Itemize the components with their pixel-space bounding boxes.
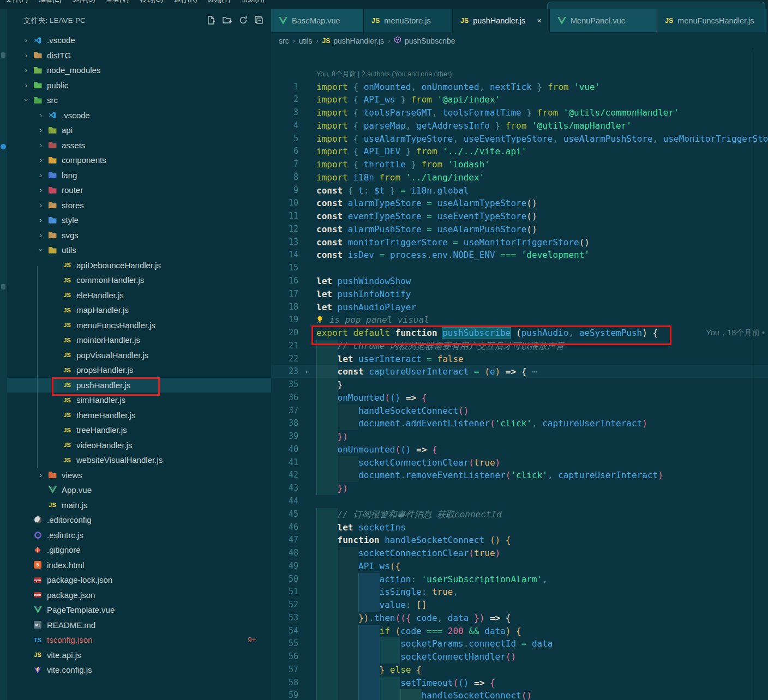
code-line-11[interactable]: 11const eventTypeStore = useEventTypeSto… <box>271 210 768 223</box>
code-line-19[interactable]: 19 is pop panel visual <box>271 313 768 327</box>
code-line-17[interactable]: 17let pushInfoNotify <box>271 288 768 301</box>
code-line-5[interactable]: 5import { useAlarmTypeStore, useEventTyp… <box>271 132 768 146</box>
code-line-45[interactable]: 45// 订阅报警和事件消息 获取connectId <box>271 508 768 521</box>
code-line-43[interactable]: 43}) <box>271 482 768 495</box>
new-file-icon[interactable] <box>207 16 215 25</box>
code-line-2[interactable]: 2import { API_ws } from '@api/index' <box>271 93 768 106</box>
code-line-23[interactable]: 23›const captureUserInteract = (e) => { … <box>271 365 768 378</box>
code-line-55[interactable]: 55socketParams.connectId = data <box>271 637 768 650</box>
code-line-16[interactable]: 16let pushWindowShow <box>271 275 768 288</box>
tree-item-README.md[interactable]: M↓README.md <box>7 618 271 633</box>
command-center-search[interactable] <box>547 2 765 9</box>
tree-item-popVisualHandler.js[interactable]: JSpopVisualHandler.js <box>7 348 271 363</box>
code-line-51[interactable]: 51isSingle: true, <box>271 586 768 599</box>
tree-item-App.vue[interactable]: App.vue <box>7 482 271 498</box>
code-line-9[interactable]: 9const { t: $t } = i18n.global <box>271 184 768 197</box>
code-line-6[interactable]: 6import { API_DEV } from '../../vite.api… <box>271 145 768 158</box>
tree-item-.vscode[interactable]: ›.vscode <box>7 33 271 48</box>
code-line-57[interactable]: 57} else { <box>271 663 768 677</box>
code-line-8[interactable]: 8import i18n from '../lang/index' <box>271 171 768 184</box>
code-line-1[interactable]: 1import { onMounted, onUnmounted, nextTi… <box>271 81 768 94</box>
tree-item-src[interactable]: ›src <box>7 93 271 108</box>
tree-item-package.json[interactable]: npmpackage.json <box>7 588 271 603</box>
tree-item-public[interactable]: ›public <box>7 78 271 93</box>
tree-item-components[interactable]: ›components <box>7 153 271 168</box>
tab-BaseMap.vue[interactable]: BaseMap.vue <box>271 9 364 32</box>
code-line-37[interactable]: 37handleSocketConnect() <box>271 405 768 418</box>
menu-item[interactable]: 终端(T) <box>208 0 230 4</box>
tree-item-mapHandler.js[interactable]: JSmapHandler.js <box>7 303 271 318</box>
breadcrumb-item-pushHandler.js[interactable]: JSpushHandler.js <box>322 37 384 45</box>
code-line-48[interactable]: 48socketConnectionClear(true) <box>271 547 768 560</box>
new-folder-icon[interactable] <box>223 16 232 25</box>
code-line-47[interactable]: 47function handleSocketConnect () { <box>271 534 768 547</box>
code-line-49[interactable]: 49API_ws({ <box>271 560 768 573</box>
tree-item-eleHandler.js[interactable]: JSeleHandler.js <box>7 288 271 303</box>
code-line-53[interactable]: 53}).then(({ code, data }) => { <box>271 612 768 625</box>
tree-item-distTG[interactable]: ›distTG <box>7 48 271 63</box>
tree-item-utils[interactable]: ›utils <box>7 243 271 258</box>
code-line-20[interactable]: 20export default function pushSubscribe … <box>271 327 768 340</box>
tree-item-api[interactable]: ›api <box>7 123 271 138</box>
refresh-icon[interactable] <box>239 16 248 25</box>
breadcrumb-item-src[interactable]: src <box>279 37 289 45</box>
tree-item-tsconfig.json[interactable]: TStsconfig.json9+ <box>7 632 271 648</box>
tree-item-assets[interactable]: ›assets <box>7 138 271 153</box>
code-line-58[interactable]: 58setTimeout(() => { <box>271 677 768 690</box>
menu-item[interactable]: 选择(S) <box>73 0 95 4</box>
code-line-56[interactable]: 56socketConnectHandler() <box>271 650 768 663</box>
tree-item-themeHandler.js[interactable]: JSthemeHandler.js <box>7 408 271 423</box>
menu-item[interactable]: 转到(G) <box>140 0 163 4</box>
tree-item-pushHandler.js[interactable]: JSpushHandler.js <box>7 378 271 393</box>
tree-item-websiteVisualHandler.js[interactable]: JSwebsiteVisualHandler.js <box>7 452 271 468</box>
code-line-7[interactable]: 7import { throttle } from 'lodash' <box>271 158 768 171</box>
code-line-54[interactable]: 54if (code === 200 && data) { <box>271 625 768 638</box>
code-line-46[interactable]: 46let socketIns <box>271 521 768 534</box>
activity-icon[interactable] <box>1 52 5 58</box>
breadcrumb[interactable]: src›utils›JSpushHandler.js›pushSubscribe <box>271 32 768 49</box>
menu-item[interactable]: 编辑(E) <box>39 0 62 4</box>
collapse-all-icon[interactable] <box>255 16 263 25</box>
tab-MenuPanel.vue[interactable]: MenuPanel.vue <box>550 9 657 32</box>
code-line-38[interactable]: 38document.addEventListener('click', cap… <box>271 417 768 430</box>
code-line-4[interactable]: 4import { parseMap, getAddressInfo } fro… <box>271 119 768 132</box>
menu-item[interactable]: 帮助(H) <box>241 0 264 4</box>
code-line-10[interactable]: 10const alarmTypeStore = useAlarmTypeSto… <box>271 197 768 210</box>
tree-item-commonHandler.js[interactable]: JScommonHandler.js <box>7 273 271 288</box>
breadcrumb-item-pushSubscribe[interactable]: pushSubscribe <box>394 36 455 45</box>
tree-item-.eslintrc.js[interactable]: .eslintrc.js <box>7 528 271 543</box>
tab-menuStore.js[interactable]: JSmenuStore.js <box>364 9 453 32</box>
tree-item-vite.config.js[interactable]: vite.config.js <box>7 662 271 678</box>
tree-item-views[interactable]: ›views <box>7 468 271 483</box>
code-editor[interactable]: You, 8个月前 | 2 authors (You and one other… <box>271 49 768 700</box>
menu-bar[interactable]: 文件(F)编辑(E)选择(S)查看(V)转到(G)运行(R)终端(T)帮助(H) <box>5 0 265 4</box>
code-line-35[interactable]: 35} <box>271 378 768 391</box>
code-line-12[interactable]: 12const alarmPushStore = useAlarmPushSto… <box>271 223 768 236</box>
code-line-3[interactable]: 3import { toolsParseGMT, toolsFormatTime… <box>271 106 768 119</box>
activity-icon[interactable] <box>1 284 5 289</box>
code-line-22[interactable]: 22let userInteract = false <box>271 353 768 366</box>
tree-item-treeHandler.js[interactable]: JStreeHandler.js <box>7 423 271 438</box>
code-line-42[interactable]: 42document.removeEventListener('click', … <box>271 469 768 482</box>
breadcrumb-item-utils[interactable]: utils <box>299 37 313 45</box>
tree-item-propsHandler.js[interactable]: JSpropsHandler.js <box>7 363 271 378</box>
menu-item[interactable]: 运行(R) <box>174 0 197 4</box>
code-line-59[interactable]: 59handleSocketConnect() <box>271 689 768 700</box>
codelens-blame[interactable]: You, 8个月前 | 2 authors (You and one other… <box>271 69 768 81</box>
tree-item-node_modules[interactable]: ›node_modules <box>7 63 271 78</box>
code-line-13[interactable]: 13const monitorTriggerStore = useMonitor… <box>271 236 768 249</box>
tree-item-vite.api.js[interactable]: JSvite.api.js <box>7 648 271 663</box>
fold-icon[interactable]: › <box>298 365 315 378</box>
code-line-21[interactable]: 21// chrome 内核浏览器需要有用户交互后才可以播放声音 <box>271 340 768 353</box>
menu-item[interactable]: 查看(V) <box>106 0 129 4</box>
tree-item-main.js[interactable]: JSmain.js <box>7 498 271 513</box>
code-line-14[interactable]: 14const isDev = process.env.NODE_ENV ===… <box>271 249 768 262</box>
tab-pushHandler.js[interactable]: JSpushHandler.js× <box>453 9 550 32</box>
tree-item-package-lock.json[interactable]: npmpackage-lock.json <box>7 572 271 588</box>
tree-item-index.html[interactable]: 5index.html <box>7 558 271 573</box>
code-line-52[interactable]: 52value: [] <box>271 599 768 612</box>
tree-item-svgs[interactable]: ›svgs <box>7 228 271 243</box>
code-line-40[interactable]: 40onUnmounted(() => { <box>271 443 768 456</box>
code-line-41[interactable]: 41socketConnectionClear(true) <box>271 456 768 469</box>
tree-item-PageTemplate.vue[interactable]: PageTemplate.vue <box>7 602 271 618</box>
